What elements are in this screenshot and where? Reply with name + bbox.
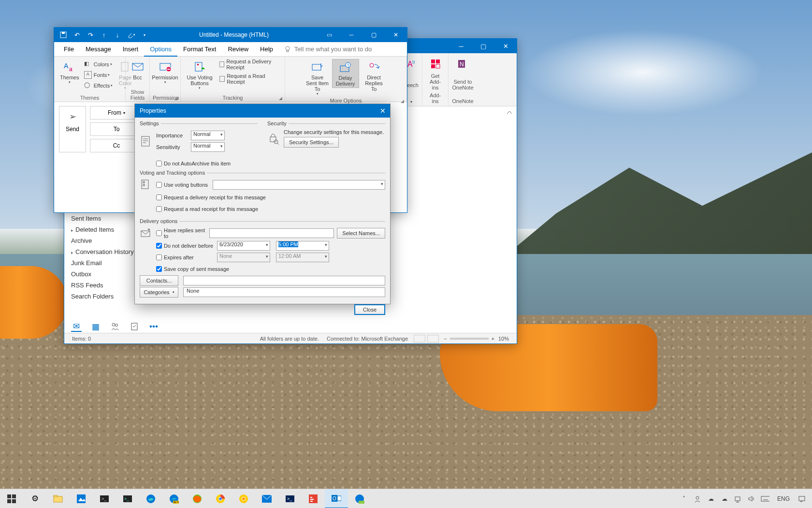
save-copy-checkbox[interactable]: Save copy of sent message xyxy=(156,266,229,272)
todoist-button[interactable] xyxy=(302,489,325,508)
main-maximize-button[interactable]: ▢ xyxy=(472,39,494,53)
view-reading-button[interactable] xyxy=(427,335,439,343)
request-delivery-checkbox[interactable]: Request a Delivery Receipt xyxy=(218,59,282,70)
attach-icon[interactable]: ▾ xyxy=(126,30,136,40)
collapse-ribbon-button[interactable] xyxy=(506,109,513,116)
tray-onedrive2-icon[interactable]: ☁ xyxy=(720,494,729,503)
req-delivery-dlg-checkbox[interactable]: Request a delivery receipt for this mess… xyxy=(156,194,266,200)
compose-close-button[interactable]: ✕ xyxy=(385,28,407,42)
have-replies-checkbox[interactable]: Have replies sent to xyxy=(156,227,206,239)
tray-volume-icon[interactable] xyxy=(747,494,756,503)
themes-button[interactable]: Aa Themes ▾ xyxy=(57,59,82,85)
action-center-icon[interactable] xyxy=(798,494,806,503)
voting-options-select[interactable] xyxy=(213,180,385,190)
expires-after-checkbox[interactable]: Expires after xyxy=(156,254,217,260)
tray-keyboard-icon[interactable] xyxy=(761,494,769,503)
contacts-field[interactable] xyxy=(183,276,385,285)
nav-people-icon[interactable] xyxy=(110,321,120,332)
importance-select[interactable]: Normal xyxy=(191,131,225,140)
fonts-dropdown[interactable]: AFonts▾ xyxy=(82,70,115,80)
tab-file[interactable]: File xyxy=(58,42,80,57)
nav-mail-icon[interactable]: ✉ xyxy=(71,321,82,332)
tray-network-icon[interactable] xyxy=(734,494,742,503)
view-normal-button[interactable] xyxy=(414,335,425,343)
expires-time-select[interactable]: 12:00 AM xyxy=(276,253,329,262)
security-settings-button[interactable]: Security Settings... xyxy=(284,137,339,148)
prev-item-icon[interactable]: ↑ xyxy=(99,30,109,40)
categories-button[interactable]: Categories▾ xyxy=(140,287,178,298)
dialog-close-button[interactable]: ✕ xyxy=(376,104,390,118)
use-voting-checkbox[interactable]: Use voting buttons xyxy=(156,182,208,188)
firefox-button[interactable] xyxy=(186,489,209,508)
tab-help[interactable]: Help xyxy=(254,42,279,57)
main-close-button[interactable]: ✕ xyxy=(494,39,517,53)
expires-date-select[interactable]: None xyxy=(217,253,270,262)
nav-more-icon[interactable]: ••• xyxy=(148,321,159,332)
file-explorer-button[interactable] xyxy=(46,489,70,508)
send-button[interactable]: ➢ Send xyxy=(59,106,86,152)
tray-overflow-icon[interactable]: ˄ xyxy=(680,494,688,503)
replies-to-field[interactable] xyxy=(209,228,334,238)
no-deliver-time-select[interactable]: 5:00 PM xyxy=(276,241,329,251)
zoom-slider[interactable] xyxy=(450,338,489,340)
no-autoarchive-checkbox[interactable]: Do not AutoArchive this item xyxy=(156,161,231,166)
powershell-ise-button[interactable]: >_ xyxy=(278,489,302,508)
redo-icon[interactable]: ↷ xyxy=(85,30,96,40)
select-names-button[interactable]: Select Names... xyxy=(337,228,385,239)
direct-replies-button[interactable]: Direct Replies To xyxy=(359,59,389,93)
tray-people-icon[interactable] xyxy=(693,494,702,503)
nav-calendar-icon[interactable]: ▦ xyxy=(90,321,101,332)
ribbon-display-button[interactable]: ▭ xyxy=(318,28,340,42)
photos-button[interactable] xyxy=(70,489,93,508)
no-deliver-before-checkbox[interactable]: Do not deliver before xyxy=(156,243,217,249)
task-view-button[interactable]: ⚙ xyxy=(23,489,46,508)
next-item-icon[interactable]: ↓ xyxy=(112,30,123,40)
language-indicator[interactable]: ENG xyxy=(774,495,793,502)
get-addins-button[interactable]: Get Add-ins Add-ins xyxy=(422,53,448,106)
dialog-titlebar[interactable]: Properties ✕ xyxy=(135,104,390,118)
save-sent-item-button[interactable]: Save Sent Item To▾ xyxy=(303,59,332,97)
compose-titlebar[interactable]: ↶ ↷ ↑ ↓ ▾ ▾ Untitled - Message (HTML) ▭ … xyxy=(54,28,407,42)
edge-button[interactable] xyxy=(139,489,162,508)
zoom-out-button[interactable]: − xyxy=(444,336,447,342)
tab-format-text[interactable]: Format Text xyxy=(177,42,222,57)
main-minimize-button[interactable]: ─ xyxy=(450,39,472,53)
no-deliver-date-select[interactable]: 6/23/2020 xyxy=(217,241,270,251)
sensitivity-select[interactable]: Normal xyxy=(191,142,225,152)
categories-field[interactable]: None xyxy=(183,287,385,297)
nav-tasks-icon[interactable] xyxy=(129,321,140,332)
tab-review[interactable]: Review xyxy=(222,42,254,57)
permission-dialog-launcher[interactable]: ◢ xyxy=(174,96,178,101)
outlook-button[interactable]: O xyxy=(325,489,348,508)
undo-icon[interactable]: ↶ xyxy=(72,30,82,40)
req-read-dlg-checkbox[interactable]: Request a read receipt for this message xyxy=(156,206,258,212)
edge-beta-button[interactable]: BETA xyxy=(162,489,186,508)
contacts-button[interactable]: Contacts... xyxy=(140,275,178,286)
permission-button[interactable]: Permission ▾ xyxy=(149,59,181,85)
delay-delivery-button[interactable]: Delay Delivery xyxy=(332,59,359,88)
chrome-button[interactable] xyxy=(209,489,232,508)
compose-minimize-button[interactable]: ─ xyxy=(340,28,362,42)
powershell-button[interactable]: >_ xyxy=(116,489,139,508)
tab-message[interactable]: Message xyxy=(80,42,117,57)
bcc-button[interactable]: Bcc xyxy=(128,59,147,81)
mail-button[interactable] xyxy=(255,489,278,508)
tab-options[interactable]: Options xyxy=(144,42,177,57)
effects-dropdown[interactable]: ◯Effects▾ xyxy=(82,80,115,91)
tracking-dialog-launcher[interactable]: ◢ xyxy=(278,96,283,101)
request-read-checkbox[interactable]: Request a Read Receipt xyxy=(218,74,282,84)
colors-dropdown[interactable]: ◧Colors▾ xyxy=(82,59,115,70)
chrome-canary-button[interactable] xyxy=(232,489,255,508)
start-button[interactable] xyxy=(0,489,23,508)
send-onenote-button[interactable]: N Send to OneNote OneNote xyxy=(448,53,477,106)
edge-dev-button[interactable] xyxy=(348,489,371,508)
qat-customize-icon[interactable]: ▾ xyxy=(139,30,150,40)
tab-insert[interactable]: Insert xyxy=(117,42,145,57)
tell-me-search[interactable]: Tell me what you want to do xyxy=(284,45,372,53)
voting-buttons-button[interactable]: Use Voting Buttons ▾ xyxy=(184,59,216,91)
save-icon[interactable] xyxy=(58,30,69,40)
close-button[interactable]: Close xyxy=(354,304,385,315)
tray-onedrive-icon[interactable]: ☁ xyxy=(707,494,715,503)
more-options-dialog-launcher[interactable]: ◢ xyxy=(400,99,405,104)
compose-maximize-button[interactable]: ▢ xyxy=(362,28,385,42)
